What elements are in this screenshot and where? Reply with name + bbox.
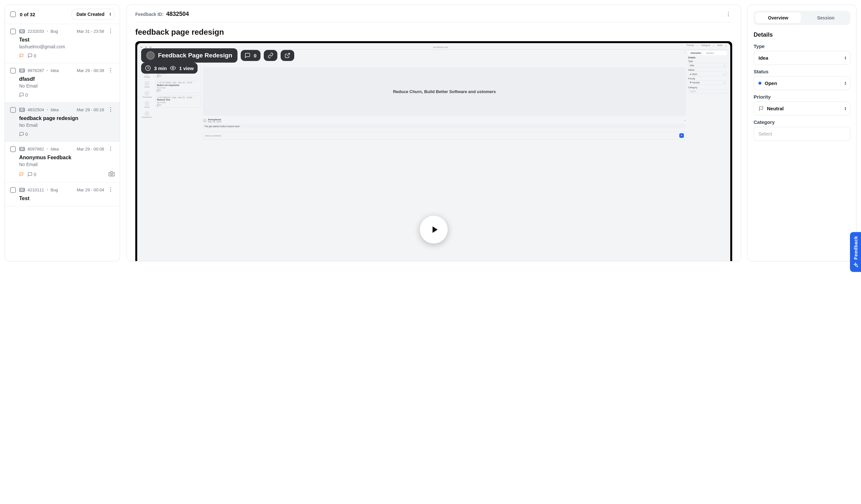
row-title: Anonymus Feedback	[19, 155, 114, 160]
type-select[interactable]: Idea ▴▾	[754, 51, 850, 65]
feedback-id-value: 4832504	[166, 11, 189, 17]
camera-icon	[109, 171, 114, 177]
row-type: Idea	[51, 146, 59, 152]
details-heading: Details	[754, 31, 850, 38]
id-badge: ID	[19, 188, 25, 192]
row-comments: 0	[28, 172, 36, 177]
row-date: Mar 31 - 23:58	[77, 29, 104, 34]
row-checkbox[interactable]	[10, 68, 16, 74]
feedback-id-label: Feedback ID:	[135, 12, 164, 17]
row-more-menu[interactable]: ⋮	[107, 146, 114, 152]
details-tabs: Overview Session	[754, 11, 850, 25]
feedback-list-panel: 0 of 32 Date Created ▴▾ ID 2232033 Bug M…	[4, 4, 120, 262]
row-email: No Email	[19, 83, 114, 88]
status-label: Status	[754, 69, 850, 74]
flag-icon	[19, 54, 24, 58]
video-fullscreen-button[interactable]	[281, 50, 294, 61]
feedback-row[interactable]: ID 9978287 Idea Mar 29 - 00:38 ⋮ dfasdf …	[5, 63, 120, 102]
row-checkbox[interactable]	[10, 146, 16, 152]
sort-select[interactable]: Date Created ▴▾	[72, 9, 114, 20]
row-more-menu[interactable]: ⋮	[107, 107, 114, 112]
video-title-pill: Feedback Page Redesign	[141, 48, 237, 62]
select-chevron-icon: ▴▾	[845, 107, 846, 111]
row-date: Mar 29 - 00:08	[77, 146, 104, 152]
priority-label: Priority	[754, 94, 850, 100]
tab-session[interactable]: Session	[803, 12, 849, 23]
row-email: No Email	[19, 123, 114, 128]
svg-point-4	[172, 68, 174, 69]
sort-value: Date Created	[77, 12, 105, 17]
feedback-header: Feedback ID: 4832504 ⋮	[135, 11, 732, 23]
row-date: Mar 29 - 00:38	[77, 68, 104, 73]
play-button[interactable]	[420, 216, 448, 243]
feedback-title: feedback page redesign	[135, 28, 732, 37]
flag-icon	[758, 106, 764, 111]
row-comments: 0	[19, 132, 28, 137]
priority-select[interactable]: Neutral ▴▾	[754, 101, 850, 115]
feedback-row[interactable]: ID 4832504 Idea Mar 29 - 00:16 ⋮ feedbac…	[5, 102, 120, 142]
row-title: Test	[19, 196, 114, 201]
feedback-detail-panel: Feedback ID: 4832504 ⋮ feedback page red…	[126, 4, 741, 262]
category-select[interactable]: Select	[754, 127, 850, 141]
video-comments-pill[interactable]: 0	[241, 50, 260, 61]
comment-icon	[19, 93, 24, 97]
row-type: Bug	[51, 187, 58, 192]
id-badge: ID	[19, 108, 25, 112]
video-stats-pill: 3 min 1 view	[141, 62, 197, 74]
row-more-menu[interactable]: ⋮	[107, 68, 114, 73]
row-comments: 0	[19, 93, 28, 98]
select-all-checkbox[interactable]	[10, 11, 16, 17]
row-id: 9978287	[28, 68, 44, 73]
row-checkbox[interactable]	[10, 29, 16, 34]
row-type: Idea	[51, 107, 59, 112]
row-id: 2232033	[28, 29, 44, 34]
details-panel: Overview Session Details Type Idea ▴▾ St…	[748, 4, 857, 262]
feedback-side-tab[interactable]: Feedback	[850, 232, 861, 266]
select-chevron-icon: ▴▾	[845, 81, 846, 85]
row-more-menu[interactable]: ⋮	[107, 29, 114, 34]
select-chevron-icon: ▴▾	[110, 12, 111, 16]
category-label: Category	[754, 120, 850, 125]
row-email: lashuelmo@gmail.com	[19, 44, 114, 49]
id-badge: ID	[19, 147, 25, 151]
row-title: dfasdf	[19, 76, 114, 82]
row-checkbox[interactable]	[10, 107, 16, 113]
row-id: 4832504	[28, 107, 44, 112]
row-id: 8097882	[28, 146, 44, 152]
status-dot-icon	[758, 82, 762, 85]
comment-icon	[28, 172, 32, 177]
tab-overview[interactable]: Overview	[755, 12, 801, 23]
comment-icon	[245, 53, 250, 58]
svg-point-2	[111, 173, 112, 175]
video-link-button[interactable]	[264, 50, 277, 61]
comment-icon	[19, 132, 24, 137]
row-id: 4210111	[28, 187, 44, 192]
feedback-row[interactable]: ID 8097882 Idea Mar 29 - 00:08 ⋮ Anonymu…	[5, 142, 120, 183]
row-type: Bug	[51, 29, 58, 34]
row-checkbox[interactable]	[10, 187, 16, 193]
external-link-icon	[285, 53, 290, 58]
row-more-menu[interactable]: ⋮	[107, 187, 114, 192]
row-email: No Email	[19, 162, 114, 167]
clock-icon	[145, 65, 151, 71]
id-badge: ID	[19, 29, 25, 33]
row-title: feedback page redesign	[19, 115, 114, 121]
sparkle-icon	[852, 262, 858, 266]
feedback-row[interactable]: ID 4210111 Bug Mar 29 - 00:04 ⋮ Test	[5, 183, 120, 206]
comment-icon	[28, 53, 32, 58]
link-icon	[268, 53, 273, 58]
type-label: Type	[754, 43, 850, 49]
flag-icon	[19, 172, 24, 177]
list-header: 0 of 32 Date Created ▴▾	[5, 5, 120, 24]
row-date: Mar 29 - 00:04	[77, 187, 104, 192]
play-icon	[429, 224, 440, 235]
detail-more-menu[interactable]: ⋮	[724, 12, 732, 17]
eye-icon	[170, 65, 176, 71]
feedback-row[interactable]: ID 2232033 Bug Mar 31 - 23:58 ⋮ Test las…	[5, 24, 120, 63]
status-select[interactable]: Open ▴▾	[754, 76, 850, 90]
id-badge: ID	[19, 68, 25, 73]
row-title: Test	[19, 37, 114, 43]
selection-count: 0 of 32	[20, 12, 35, 17]
row-date: Mar 29 - 00:16	[77, 107, 104, 112]
row-comments: 0	[28, 53, 36, 58]
